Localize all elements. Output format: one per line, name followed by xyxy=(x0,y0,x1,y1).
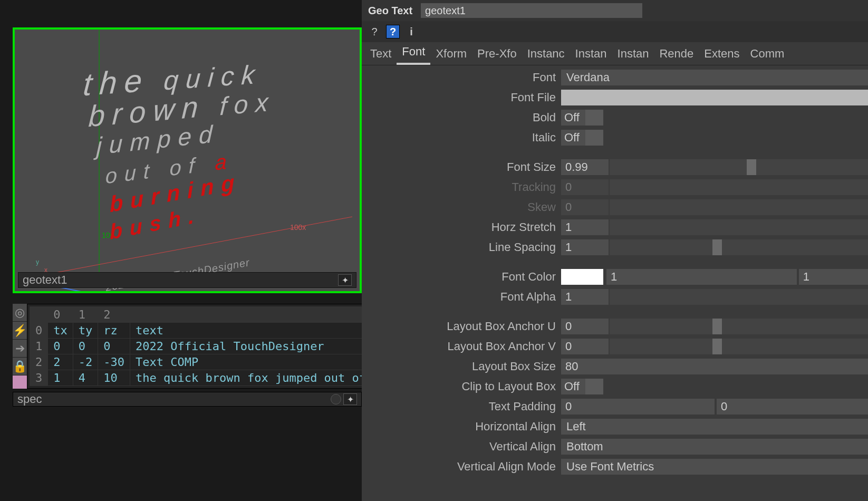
dat-name[interactable]: spec xyxy=(17,392,42,406)
font-color-r[interactable] xyxy=(606,269,797,285)
halign-dropdown[interactable]: Left xyxy=(561,419,868,435)
lbl-layout-size: Layout Box Size xyxy=(362,360,561,373)
font-size-slider[interactable] xyxy=(610,159,868,175)
param-header: Geo Text xyxy=(362,0,868,21)
dat-region: ◎ ⚡ ➔ 🔒 0 1 2 0txtyrztext 10002022 Offic… xyxy=(13,304,362,389)
dat-btn-bolt[interactable]: ⚡ xyxy=(13,322,27,340)
layout-size-w[interactable] xyxy=(561,359,868,374)
tab-text[interactable]: Text xyxy=(365,43,397,65)
tab-extensions[interactable]: Extens xyxy=(699,43,745,65)
lbl-padding: Text Padding xyxy=(362,400,561,413)
valign-dropdown[interactable]: Bottom xyxy=(561,439,868,455)
lbl-valign: Vertical Align xyxy=(362,440,561,454)
viewport-node-name[interactable]: geotext1 xyxy=(23,273,67,287)
line-spacing-slider[interactable] xyxy=(610,239,868,255)
lbl-skew: Skew xyxy=(362,200,561,214)
tab-instance[interactable]: Instanc xyxy=(522,43,570,65)
pad-1[interactable] xyxy=(717,399,868,415)
tab-font[interactable]: Font xyxy=(397,42,430,65)
font-color-g[interactable] xyxy=(799,269,868,285)
lbl-font-file: Font File xyxy=(362,91,561,104)
lbl-valign-mode: Vertical Align Mode xyxy=(362,460,561,474)
table-row: 31410the quick brown fox jumped out of xyxy=(30,370,372,386)
font-file-field[interactable] xyxy=(561,90,868,105)
anchor-u-field[interactable] xyxy=(561,319,609,334)
lbl-font: Font xyxy=(362,71,561,84)
lbl-anchor-u: Layout Box Anchor U xyxy=(362,320,561,333)
font-color-swatch[interactable] xyxy=(561,269,603,285)
dat-btn-arrow[interactable]: ➔ xyxy=(13,340,27,358)
clip-toggle[interactable]: Off xyxy=(561,379,604,394)
font-size-field[interactable] xyxy=(561,159,609,175)
tab-xform[interactable]: Xform xyxy=(430,43,472,65)
wiki-icon[interactable]: ? xyxy=(386,25,400,38)
lbl-halign: Horizontal Align xyxy=(362,420,561,433)
anchor-u-slider[interactable] xyxy=(610,319,868,334)
skew-slider[interactable] xyxy=(610,199,868,215)
dat-btn-lock[interactable]: 🔒 xyxy=(13,358,27,375)
font-dropdown[interactable]: Verdana xyxy=(561,70,868,85)
anchor-v-slider[interactable] xyxy=(610,339,868,354)
help-icon[interactable]: ? xyxy=(367,24,382,39)
table-row: 0txtyrztext xyxy=(30,323,372,339)
tracking-slider[interactable] xyxy=(610,179,868,195)
lbl-anchor-v: Layout Box Anchor V xyxy=(362,340,561,353)
param-iconbar: ? ? i ✎ 💬 🏷 Py ＋ ◎ xyxy=(362,21,868,42)
tab-instance2[interactable]: Instan xyxy=(570,43,612,65)
dat-side-buttons: ◎ ⚡ ➔ 🔒 xyxy=(13,304,27,389)
lbl-italic: Italic xyxy=(362,131,561,144)
lbl-font-color: Font Color xyxy=(362,270,561,284)
params-panel: Font Verdana Font File ＋ Bold Off Italic… xyxy=(362,65,868,479)
lbl-bold: Bold xyxy=(362,111,561,124)
tab-render[interactable]: Rende xyxy=(654,43,699,65)
lbl-clip: Clip to Layout Box xyxy=(362,380,561,393)
svg-text:100x: 100x xyxy=(290,223,306,232)
viewport-footer: geotext1 ✦ xyxy=(18,272,356,288)
pad-0[interactable] xyxy=(561,399,715,415)
dat-btn-target[interactable]: ◎ xyxy=(13,304,27,322)
horz-stretch-field[interactable] xyxy=(561,219,609,235)
anchor-v-field[interactable] xyxy=(561,339,609,354)
viewport-plus-button[interactable]: ✦ xyxy=(338,274,352,286)
param-tabs: Text Font Xform Pre-Xfo Instanc Instan I… xyxy=(362,42,868,65)
line-spacing-field[interactable] xyxy=(561,239,609,255)
dat-footer: spec ✦ xyxy=(13,392,362,407)
tab-instance3[interactable]: Instan xyxy=(612,43,654,65)
italic-toggle[interactable]: Off xyxy=(561,130,604,146)
op-name-field[interactable] xyxy=(421,3,642,18)
op-type-label: Geo Text xyxy=(368,5,412,17)
dat-plus-button[interactable]: ✦ xyxy=(343,393,357,405)
font-alpha-slider[interactable] xyxy=(610,289,868,305)
valign-mode-dropdown[interactable]: Use Font Metrics xyxy=(561,459,868,475)
lbl-tracking: Tracking xyxy=(362,180,561,194)
svg-text:y: y xyxy=(36,258,39,266)
tab-common[interactable]: Comm xyxy=(745,43,790,65)
dat-table[interactable]: 0 1 2 0txtyrztext 10002022 Official Touc… xyxy=(27,304,374,389)
skew-field[interactable] xyxy=(561,199,609,215)
lbl-line-spacing: Line Spacing xyxy=(362,240,561,254)
lbl-font-size: Font Size xyxy=(362,160,561,174)
bold-toggle[interactable]: Off xyxy=(561,110,604,126)
geotext-viewport[interactable]: y x z 10y 10z 100x the quick brown fox j… xyxy=(13,27,362,293)
dat-active-dot[interactable] xyxy=(331,394,341,404)
font-alpha-field[interactable] xyxy=(561,289,609,305)
lbl-font-alpha: Font Alpha xyxy=(362,290,561,304)
tracking-field[interactable] xyxy=(561,179,609,195)
lbl-horz-stretch: Horz Stretch xyxy=(362,220,561,234)
horz-stretch-slider[interactable] xyxy=(610,219,868,235)
table-row: 10002022 Official TouchDesigner xyxy=(30,339,372,354)
table-row: 22-2-30Text COMP xyxy=(30,354,372,370)
tab-prexform[interactable]: Pre-Xfo xyxy=(472,43,522,65)
info-icon[interactable]: i xyxy=(404,24,419,39)
